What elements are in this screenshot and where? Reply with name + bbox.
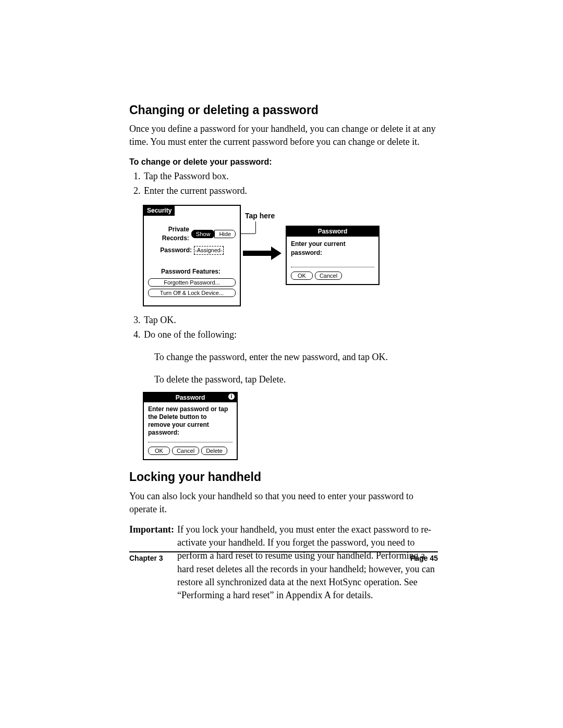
footer-chapter: Chapter 3	[129, 553, 163, 564]
procedure-subhead: To change or delete your password:	[129, 156, 438, 168]
section-heading-locking: Locking your handheld	[129, 468, 438, 485]
footer-page: Page 45	[410, 553, 438, 564]
new-password-input[interactable]	[148, 442, 232, 442]
intro-paragraph-2: You can also lock your handheld so that …	[129, 490, 438, 516]
password-features-label: Password Features:	[148, 267, 234, 276]
info-icon[interactable]: i	[228, 393, 235, 400]
tap-here-annotation: Tap here	[245, 211, 275, 221]
pointer-line-icon	[255, 221, 256, 233]
substep-change: To change the password, enter the new pa…	[154, 351, 438, 364]
steps-list-b: Tap OK. Do one of the following:	[129, 314, 438, 341]
footer-rule	[129, 551, 438, 552]
new-password-dialog: Password i Enter new password or tap the…	[143, 392, 238, 461]
dialog-new-title: Password	[176, 393, 205, 402]
forgotten-password-button[interactable]: Forgotten Password...	[148, 278, 236, 287]
dialog-new-titlebar: Password i	[144, 393, 237, 403]
dialog-new-ok-button[interactable]: OK	[148, 447, 170, 455]
dialog-current-cancel-button[interactable]: Cancel	[315, 272, 342, 280]
current-password-dialog: Password Enter your current password: OK…	[286, 226, 380, 285]
step-4: Do one of the following:	[143, 328, 438, 341]
figure-security-and-dialog: Security Private Records: Show Hide Pass…	[143, 205, 438, 306]
dialog-current-title: Password	[318, 227, 348, 236]
dialog-current-prompt: Enter your current password:	[291, 240, 372, 257]
section-heading-changing: Changing or deleting a password	[129, 102, 438, 118]
steps-list-a: Tap the Password box. Enter the current …	[129, 170, 438, 198]
password-label: Password:	[160, 246, 192, 255]
dialog-new-cancel-button[interactable]: Cancel	[172, 447, 199, 455]
arrow-body-icon	[243, 251, 272, 256]
dialog-current-titlebar: Password	[287, 227, 378, 237]
private-records-label: Private Records:	[148, 225, 189, 243]
turn-off-lock-button[interactable]: Turn Off & Lock Device...	[148, 289, 236, 297]
dialog-new-prompt: Enter new password or tap the Delete but…	[148, 405, 230, 437]
dialog-new-delete-button[interactable]: Delete	[201, 447, 227, 455]
page-footer: Chapter 3 Page 45	[129, 551, 438, 564]
current-password-input[interactable]	[291, 267, 374, 267]
arrow-head-icon	[271, 246, 282, 260]
password-field[interactable]: -Assigned-	[194, 246, 224, 255]
step-1: Tap the Password box.	[143, 170, 438, 183]
pointer-horiz-icon	[241, 233, 255, 234]
dialog-current-ok-button[interactable]: OK	[291, 272, 313, 280]
security-panel: Security Private Records: Show Hide Pass…	[143, 205, 241, 306]
show-button[interactable]: Show	[191, 230, 215, 238]
step-2: Enter the current password.	[143, 184, 438, 198]
hide-button[interactable]: Hide	[214, 230, 236, 238]
security-titlebar: Security	[144, 206, 175, 216]
substep-delete: To delete the password, tap Delete.	[154, 373, 438, 386]
intro-paragraph-1: Once you define a password for your hand…	[129, 122, 438, 149]
step-3: Tap OK.	[143, 314, 438, 327]
